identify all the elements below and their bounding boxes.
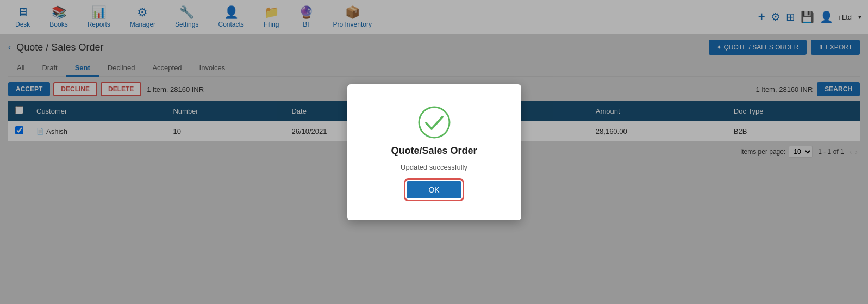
modal-box: Quote/Sales Order Updated successfully O…: [347, 84, 521, 220]
modal-subtitle: Updated successfully: [401, 163, 467, 171]
success-check-icon: [418, 106, 451, 139]
modal-overlay: Quote/Sales Order Updated successfully O…: [0, 0, 868, 304]
modal-ok-button[interactable]: OK: [407, 181, 461, 198]
svg-point-0: [419, 107, 449, 138]
modal-title: Quote/Sales Order: [391, 145, 477, 157]
